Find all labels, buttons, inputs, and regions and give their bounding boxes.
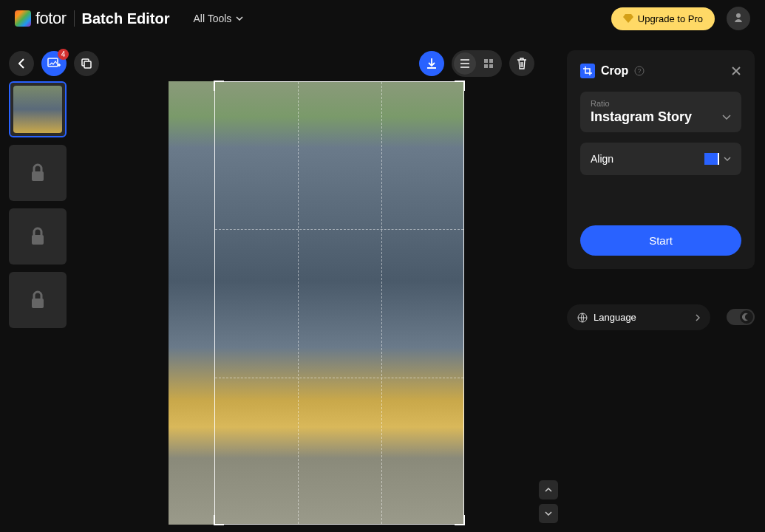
image-count-badge: 4 (58, 49, 69, 60)
svg-rect-6 (32, 171, 44, 181)
moon-icon (742, 313, 751, 321)
language-label: Language (594, 312, 690, 323)
theme-toggle[interactable] (727, 309, 755, 325)
lock-icon (30, 163, 46, 183)
svg-rect-8 (32, 299, 44, 308)
diamond-icon (623, 14, 633, 23)
align-swatch (704, 153, 719, 165)
chevron-left-icon (18, 58, 24, 69)
user-icon (732, 12, 745, 25)
header: fotor Batch Editor All Tools Upgrade to … (0, 0, 765, 37)
logo[interactable]: fotor (15, 9, 67, 28)
svg-rect-4 (484, 64, 488, 68)
app-title: Batch Editor (82, 10, 170, 27)
svg-rect-1 (84, 61, 91, 68)
chevron-down-icon (722, 115, 731, 120)
list-view-button[interactable] (454, 52, 476, 75)
download-icon (426, 58, 438, 69)
ratio-value: Instagram Story (591, 109, 692, 125)
thumbnail-2[interactable] (9, 145, 67, 201)
trash-icon (517, 58, 527, 69)
close-button[interactable] (731, 66, 741, 76)
chevron-down-icon (236, 16, 243, 21)
thumbnail-4[interactable] (9, 272, 67, 328)
align-field[interactable]: Align (580, 143, 741, 175)
thumbnail-3[interactable] (9, 208, 67, 265)
crop-handle-tl[interactable] (214, 81, 224, 91)
thumbnail-image (13, 86, 62, 133)
crop-panel: Crop ? Ratio Instagram Story Align Start (567, 50, 755, 269)
svg-rect-7 (32, 235, 44, 245)
download-button[interactable] (419, 51, 444, 76)
canvas[interactable] (169, 81, 464, 525)
help-icon[interactable]: ? (634, 66, 645, 76)
zoom-up-button[interactable] (539, 480, 558, 499)
zoom-controls (539, 480, 558, 523)
grid-view-button[interactable] (477, 52, 500, 75)
svg-rect-3 (489, 59, 493, 63)
svg-text:?: ? (638, 67, 642, 75)
fotor-logo-icon (15, 10, 31, 27)
chevron-down-icon (724, 157, 731, 161)
grid-icon (484, 59, 493, 68)
copy-button[interactable] (74, 51, 99, 76)
lock-icon (30, 227, 46, 246)
copy-icon (81, 58, 92, 69)
crop-handle-br[interactable] (455, 515, 465, 525)
globe-icon (577, 313, 588, 323)
thumbnail-list (9, 81, 67, 328)
crop-handle-tr[interactable] (455, 81, 465, 91)
ratio-field[interactable]: Ratio Instagram Story (580, 92, 741, 132)
add-image-button[interactable]: 4 (41, 51, 67, 76)
svg-rect-2 (484, 59, 488, 63)
start-label: Start (649, 234, 673, 247)
upgrade-label: Upgrade to Pro (638, 13, 703, 24)
crop-handle-bl[interactable] (214, 515, 224, 525)
thumbnail-1[interactable] (9, 81, 67, 137)
close-icon (731, 66, 741, 76)
align-label: Align (591, 153, 613, 165)
add-image-icon (47, 58, 61, 69)
upgrade-button[interactable]: Upgrade to Pro (611, 7, 715, 30)
zoom-down-button[interactable] (539, 504, 558, 523)
delete-button[interactable] (509, 51, 534, 76)
view-toggle (452, 50, 502, 77)
all-tools-dropdown[interactable]: All Tools (193, 13, 243, 24)
chevron-up-icon (545, 488, 552, 492)
logo-text: fotor (35, 9, 67, 28)
language-selector[interactable]: Language (567, 304, 710, 330)
divider (74, 10, 75, 27)
ratio-label: Ratio (591, 99, 731, 108)
chevron-down-icon (545, 511, 552, 516)
lock-icon (30, 290, 46, 310)
crop-icon (580, 64, 595, 78)
panel-title: Crop (601, 64, 628, 78)
theme-knob (740, 310, 753, 324)
back-button[interactable] (9, 51, 34, 76)
all-tools-label: All Tools (193, 13, 231, 24)
list-icon (460, 59, 470, 68)
avatar[interactable] (727, 7, 750, 30)
start-button[interactable]: Start (580, 225, 741, 256)
chevron-right-icon (696, 314, 700, 321)
crop-overlay[interactable] (214, 81, 464, 525)
svg-rect-5 (489, 64, 493, 68)
